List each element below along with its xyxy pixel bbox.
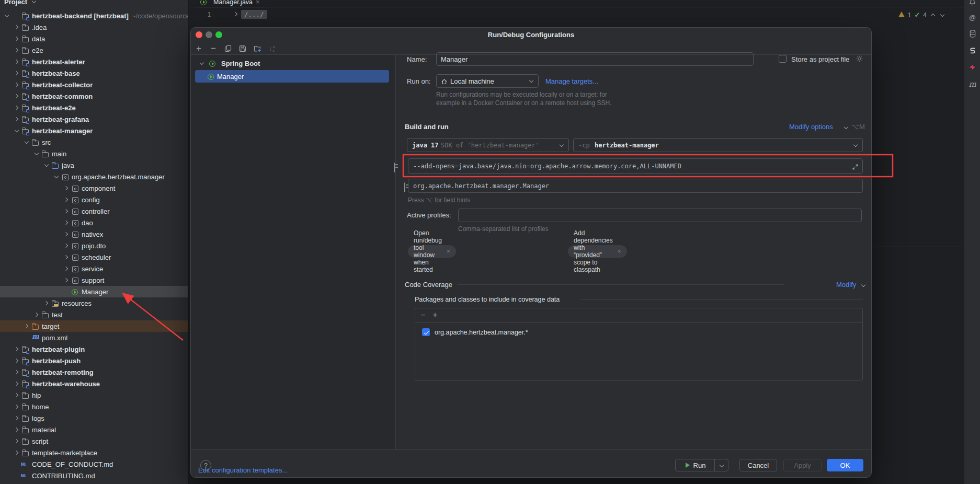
store-as-project-file-checkbox[interactable]: [779, 55, 787, 63]
copy-configuration-icon[interactable]: [223, 44, 233, 53]
tree-row[interactable]: data: [0, 33, 188, 44]
expand-chevron-icon[interactable]: [63, 242, 71, 250]
folded-code-region[interactable]: /.../: [241, 10, 267, 19]
name-field[interactable]: [436, 52, 754, 66]
dependency-analyzer-icon[interactable]: [968, 63, 977, 72]
tree-row[interactable]: src: [0, 136, 188, 148]
expand-chevron-icon[interactable]: [63, 196, 71, 204]
run-options-chevron-icon[interactable]: [719, 463, 725, 469]
expand-chevron-icon[interactable]: [63, 219, 71, 227]
expand-chevron-icon[interactable]: [13, 426, 21, 434]
tree-row[interactable]: hertzbeat-common: [0, 90, 188, 102]
expand-chevron-icon[interactable]: [63, 231, 71, 238]
tree-row[interactable]: component: [0, 182, 188, 194]
tree-row[interactable]: resources: [0, 297, 188, 309]
expand-chevron-icon[interactable]: [13, 472, 21, 480]
add-package-icon[interactable]: +: [432, 310, 437, 320]
cancel-button[interactable]: Cancel: [739, 459, 777, 471]
tree-row[interactable]: hertzbeat-alerter: [0, 56, 188, 67]
expand-chevron-icon[interactable]: [13, 35, 21, 43]
tab-manager-java[interactable]: Manager.java ×: [199, 0, 259, 7]
name-input[interactable]: [437, 53, 753, 65]
tree-row[interactable]: hertzbeat-base: [0, 67, 188, 79]
tree-row[interactable]: pom.xml: [0, 332, 188, 343]
tree-row[interactable]: java: [0, 159, 188, 171]
save-configuration-icon[interactable]: [238, 44, 247, 53]
run-on-dropdown[interactable]: Local machine: [436, 74, 539, 88]
main-class-field[interactable]: org.apache.hertzbeat.manager.Manager: [408, 179, 863, 193]
tree-row[interactable]: nativex: [0, 228, 188, 240]
expand-chevron-icon[interactable]: [13, 81, 21, 89]
class-browser-icon[interactable]: [404, 182, 405, 192]
expand-chevron-icon[interactable]: [63, 185, 71, 192]
expand-chevron-icon[interactable]: [33, 311, 41, 319]
database-icon[interactable]: [968, 29, 977, 38]
expand-chevron-icon[interactable]: [13, 391, 21, 399]
expand-chevron-icon[interactable]: [3, 12, 11, 20]
tree-row[interactable]: dao: [0, 217, 188, 228]
config-group-spring-boot[interactable]: Spring Boot: [198, 59, 260, 67]
tree-row[interactable]: hertzbeat-e2e: [0, 102, 188, 113]
expand-chevron-icon[interactable]: [63, 208, 71, 215]
jre-dropdown[interactable]: java 17 SDK of 'hertzbeat-manager': [407, 138, 569, 152]
new-folder-icon[interactable]: [253, 44, 262, 53]
maven-icon[interactable]: m: [968, 79, 977, 88]
expand-chevron-icon[interactable]: [23, 334, 31, 342]
tree-row[interactable]: home: [0, 401, 188, 412]
tree-row[interactable]: service: [0, 263, 188, 274]
help-button[interactable]: ?: [200, 460, 211, 471]
tree-row[interactable]: CONTRIBUTING.md: [0, 470, 188, 481]
expand-field-icon[interactable]: [852, 163, 859, 172]
tree-row[interactable]: .idea: [0, 21, 188, 33]
tree-row[interactable]: test: [0, 309, 188, 320]
tree-row[interactable]: pojo.dto: [0, 240, 188, 251]
expand-chevron-icon[interactable]: [23, 322, 31, 330]
tree-row[interactable]: hertzbeat-backend [hertzbeat] ~/code/ope…: [0, 10, 188, 21]
tree-row[interactable]: hertzbeat-push: [0, 355, 188, 366]
tree-row[interactable]: hip: [0, 389, 188, 401]
tree-row[interactable]: hertzbeat-manager: [0, 125, 188, 136]
expand-chevron-icon[interactable]: [13, 368, 21, 376]
expand-chevron-icon[interactable]: [13, 449, 21, 457]
expand-chevron-icon[interactable]: [63, 265, 71, 273]
tree-row[interactable]: script: [0, 435, 188, 447]
tree-row[interactable]: hertzbeat-remoting: [0, 366, 188, 378]
expand-chevron-icon[interactable]: [33, 150, 41, 158]
project-panel-header[interactable]: Project: [4, 0, 38, 7]
config-item-manager[interactable]: Manager: [195, 70, 389, 83]
expand-chevron-icon[interactable]: [13, 414, 21, 422]
expand-chevron-icon[interactable]: [13, 116, 21, 123]
coverage-package-checkbox[interactable]: [422, 328, 430, 336]
active-profiles-input[interactable]: [459, 209, 861, 222]
expand-chevron-icon[interactable]: [13, 93, 21, 100]
apply-button[interactable]: Apply: [783, 459, 822, 471]
edit-configuration-templates-link[interactable]: Edit configuration templates...: [198, 466, 288, 474]
sort-configurations-icon[interactable]: ↓az: [267, 44, 277, 53]
ok-button[interactable]: OK: [827, 459, 863, 471]
tree-row[interactable]: target: [0, 320, 188, 332]
option-tag[interactable]: Add dependencies with “provided” scope t…: [568, 245, 627, 258]
run-button[interactable]: Run: [675, 459, 728, 471]
tree-row[interactable]: controller: [0, 205, 188, 217]
tree-row[interactable]: CODE_OF_CONDUCT.md: [0, 458, 188, 470]
expand-chevron-icon[interactable]: [13, 47, 21, 54]
remove-configuration-icon[interactable]: −: [209, 44, 218, 53]
macros-list-icon[interactable]: [394, 163, 395, 172]
tree-row[interactable]: scheduler: [0, 251, 188, 263]
expand-chevron-icon[interactable]: [63, 288, 71, 296]
expand-chevron-icon[interactable]: [63, 253, 71, 261]
tree-row[interactable]: hertzbeat-grafana: [0, 113, 188, 125]
vm-options-field[interactable]: --add-opens=java.base/java.nio=org.apach…: [408, 158, 863, 174]
tree-row[interactable]: hertzbeat-collector: [0, 79, 188, 90]
next-problem-icon[interactable]: [939, 12, 945, 18]
expand-chevron-icon[interactable]: [13, 345, 21, 353]
expand-chevron-icon[interactable]: [13, 403, 21, 411]
expand-chevron-icon[interactable]: [13, 104, 21, 112]
remove-package-icon[interactable]: −: [420, 310, 425, 320]
tree-row[interactable]: config: [0, 194, 188, 205]
tree-row[interactable]: e2e: [0, 44, 188, 56]
manage-targets-link[interactable]: Manage targets...: [545, 77, 598, 85]
tree-row[interactable]: org.apache.hertzbeat.manager: [0, 171, 188, 182]
expand-chevron-icon[interactable]: [13, 357, 21, 365]
remove-tag-icon[interactable]: ×: [447, 248, 450, 255]
